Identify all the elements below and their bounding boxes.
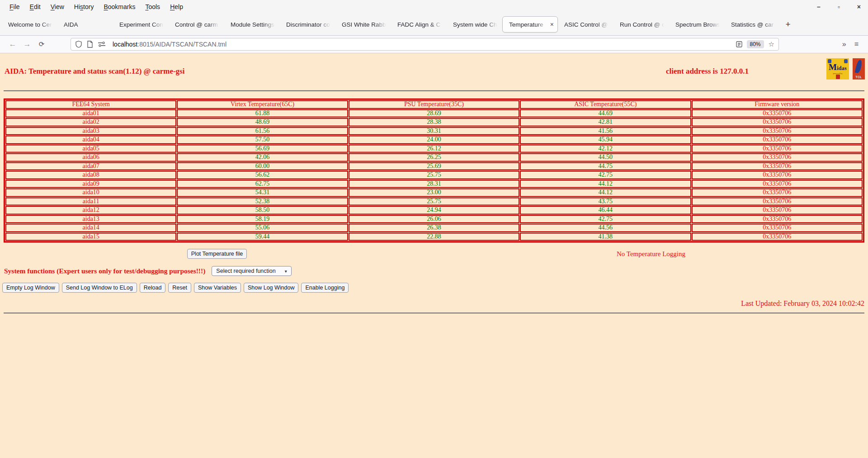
virtex-temp-cell: 58.19 bbox=[177, 215, 348, 224]
asic-temp-cell: 41.38 bbox=[520, 233, 691, 241]
plot-temperature-file-button[interactable]: Plot Temperature file bbox=[187, 249, 247, 259]
midas-corner-badge bbox=[844, 59, 848, 63]
menu-help[interactable]: Help bbox=[165, 3, 188, 10]
url-host: localhost bbox=[113, 41, 137, 48]
virtex-temp-cell: 58.50 bbox=[177, 206, 348, 215]
reload-button[interactable]: ⟳ bbox=[34, 38, 49, 51]
tab-fadc-align-c[interactable]: FADC Align & C bbox=[391, 14, 447, 35]
tab-spectrum-brows[interactable]: Spectrum Brows bbox=[669, 14, 725, 35]
page-icon[interactable] bbox=[87, 41, 93, 48]
asic-temp-cell: 42.75 bbox=[520, 171, 691, 179]
tab-label: Experiment Cont bbox=[119, 21, 165, 28]
psu-temp-cell: 26.38 bbox=[349, 224, 519, 232]
show-log-window-button[interactable]: Show Log Window bbox=[244, 283, 299, 293]
tab-asic-control[interactable]: ASIC Control @ bbox=[558, 14, 613, 35]
tab-aida[interactable]: AIDA bbox=[57, 14, 113, 35]
tab-experiment-cont[interactable]: Experiment Cont bbox=[113, 14, 169, 35]
tab-statistics-car[interactable]: Statistics @ car bbox=[725, 14, 780, 35]
url-bar[interactable]: localhost:8015/AIDA/TSCAN/TSCAN.tml 80% … bbox=[71, 38, 779, 51]
overflow-chevron-icon[interactable]: » bbox=[838, 40, 850, 48]
url-text: localhost:8015/AIDA/TSCAN/TSCAN.tml bbox=[113, 41, 226, 48]
reader-mode-icon[interactable] bbox=[736, 41, 742, 47]
tab-label: ASIC Control @ bbox=[564, 21, 610, 28]
reload-button[interactable]: Reload bbox=[140, 283, 166, 293]
tab-control-carm[interactable]: Control @ carm bbox=[169, 14, 224, 35]
table-row-aida15: aida1559.4422.8841.380x3350706 bbox=[5, 233, 863, 241]
send-log-window-to-elog-button[interactable]: Send Log Window to ELog bbox=[62, 283, 137, 293]
firmware-cell: 0x3350706 bbox=[692, 162, 863, 171]
tab-label: System wide Ch bbox=[453, 21, 499, 28]
table-row-aida11: aida1152.3825.7543.750x3350706 bbox=[5, 197, 863, 206]
system-cell: aida02 bbox=[5, 118, 176, 126]
asic-temp-cell: 42.12 bbox=[520, 145, 691, 153]
table-row-aida13: aida1358.1926.0642.750x3350706 bbox=[5, 215, 863, 224]
logging-status-cell: No Temperature Logging bbox=[434, 250, 868, 258]
tab-temperature[interactable]: Temperature× bbox=[502, 16, 558, 33]
divider bbox=[4, 90, 864, 91]
menu-edit[interactable]: Edit bbox=[25, 3, 46, 10]
menu-bookmarks[interactable]: Bookmarks bbox=[99, 3, 140, 10]
tab-close-icon[interactable]: × bbox=[550, 21, 554, 28]
shield-icon[interactable] bbox=[75, 41, 82, 48]
menu-view[interactable]: View bbox=[46, 3, 69, 10]
forward-button[interactable]: → bbox=[20, 38, 34, 51]
table-row-aida14: aida1455.0626.3844.560x3350706 bbox=[5, 224, 863, 232]
firmware-cell: 0x3350706 bbox=[692, 118, 863, 126]
column-header-asic-temperature-55c: ASIC Temperature(55C) bbox=[520, 100, 691, 109]
system-cell: aida09 bbox=[5, 180, 176, 188]
show-variables-button[interactable]: Show Variables bbox=[194, 283, 241, 293]
system-cell: aida05 bbox=[5, 145, 176, 153]
tab-welcome-to-cer[interactable]: Welcome to Cer bbox=[2, 14, 57, 35]
column-header-fee64-system: FEE64 System bbox=[5, 100, 176, 109]
tab-label: Welcome to Cer bbox=[8, 21, 54, 28]
psu-temp-cell: 25.75 bbox=[349, 197, 519, 206]
maximize-icon[interactable]: ▫ bbox=[838, 4, 840, 10]
menu-file[interactable]: File bbox=[5, 3, 25, 10]
no-temperature-logging-text: No Temperature Logging bbox=[617, 250, 685, 258]
close-icon[interactable]: × bbox=[857, 4, 861, 10]
enable-logging-button[interactable]: Enable Logging bbox=[301, 283, 349, 293]
app-menu-icon[interactable]: ≡ bbox=[850, 40, 863, 48]
virtex-temp-cell: 57.50 bbox=[177, 136, 348, 144]
midas-logo-figure bbox=[836, 75, 840, 79]
firmware-cell: 0x3350706 bbox=[692, 127, 863, 136]
function-select-value: Select required function bbox=[216, 268, 275, 274]
minimize-icon[interactable]: – bbox=[817, 4, 821, 10]
connection-settings-icon[interactable] bbox=[98, 42, 106, 47]
virtex-temp-cell: 42.06 bbox=[177, 153, 348, 162]
bookmark-star-icon[interactable]: ☆ bbox=[769, 40, 774, 48]
tab-system-wide-ch[interactable]: System wide Ch bbox=[447, 14, 502, 35]
psu-temp-cell: 25.75 bbox=[349, 171, 519, 179]
tcl-logo-text: TCL bbox=[853, 75, 865, 79]
new-tab-button[interactable]: + bbox=[780, 19, 796, 29]
tcl-logo[interactable]: TCL bbox=[853, 58, 865, 79]
tab-run-control-c[interactable]: Run Control @ c bbox=[613, 14, 669, 35]
tab-module-settings[interactable]: Module Settings bbox=[224, 14, 280, 35]
system-cell: aida03 bbox=[5, 127, 176, 136]
tab-discriminator-co[interactable]: Discriminator co bbox=[280, 14, 335, 35]
menu-history[interactable]: History bbox=[69, 3, 99, 10]
midas-logo[interactable]: Midas powered by bbox=[826, 58, 849, 79]
asic-temp-cell: 45.94 bbox=[520, 136, 691, 144]
asic-temp-cell: 44.50 bbox=[520, 153, 691, 162]
reset-button[interactable]: Reset bbox=[168, 283, 191, 293]
table-row-aida12: aida1258.5024.9446.440x3350706 bbox=[5, 206, 863, 215]
column-header-firmware-version: Firmware version bbox=[692, 100, 863, 109]
psu-temp-cell: 28.69 bbox=[349, 109, 519, 118]
menu-tools[interactable]: Tools bbox=[140, 3, 165, 10]
function-select[interactable]: Select required function ▾ bbox=[212, 266, 291, 276]
asic-temp-cell: 41.56 bbox=[520, 127, 691, 136]
table-footer-row: Plot Temperature file No Temperature Log… bbox=[0, 249, 868, 259]
tab-gsi-white-rabbi[interactable]: GSI White Rabbi bbox=[335, 14, 391, 35]
back-button[interactable]: ← bbox=[5, 38, 20, 51]
menu-bar-items: FileEditViewHistoryBookmarksToolsHelp bbox=[5, 3, 188, 10]
firmware-cell: 0x3350706 bbox=[692, 171, 863, 179]
zoom-level-badge[interactable]: 80% bbox=[747, 40, 764, 48]
firmware-cell: 0x3350706 bbox=[692, 180, 863, 188]
table-row-aida09: aida0962.7528.3144.120x3350706 bbox=[5, 180, 863, 188]
empty-log-window-button[interactable]: Empty Log Window bbox=[2, 283, 59, 293]
virtex-temp-cell: 54.31 bbox=[177, 188, 348, 197]
tab-label: Temperature bbox=[509, 21, 547, 28]
asic-temp-cell: 44.56 bbox=[520, 224, 691, 232]
tab-label: Control @ carm bbox=[175, 21, 221, 28]
